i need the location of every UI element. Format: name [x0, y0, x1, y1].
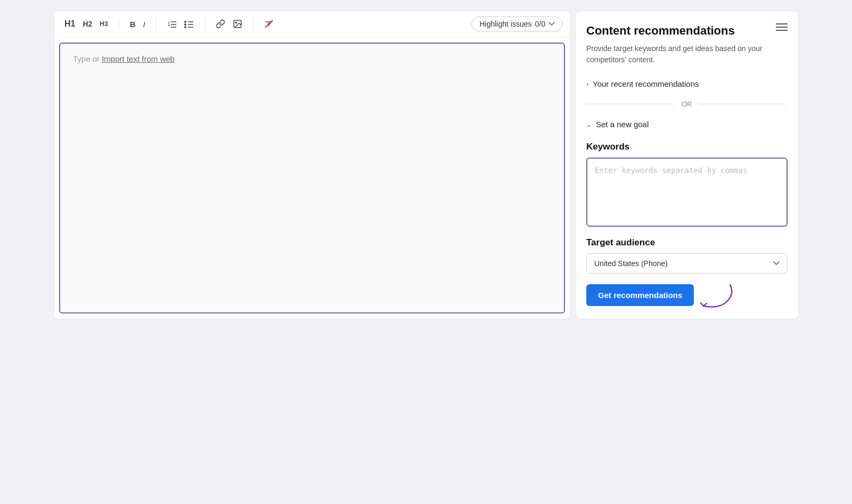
h2-button[interactable]: H2	[79, 18, 95, 30]
link-icon	[216, 19, 225, 29]
bold-label: B	[130, 20, 136, 28]
list-group: 1.	[164, 18, 197, 30]
toolbar-separator-1	[119, 18, 119, 30]
divider-line-left	[586, 104, 675, 104]
italic-label: I	[143, 20, 145, 28]
get-recommendations-row: Get recommendations	[586, 284, 788, 306]
set-new-goal-label: Set a new goal	[596, 120, 649, 129]
panel-subtitle: Provide target keywords and get ideas ba…	[586, 43, 788, 65]
get-recommendations-button[interactable]: Get recommendations	[586, 284, 694, 306]
h1-button[interactable]: H1	[61, 18, 78, 30]
toolbar-separator-4	[253, 18, 253, 30]
svg-point-11	[235, 22, 236, 23]
svg-point-6	[184, 26, 186, 28]
ordered-list-button[interactable]: 1.	[164, 18, 180, 30]
format-group: B I	[127, 18, 149, 30]
curved-arrow-icon	[693, 279, 735, 311]
chevron-down-icon	[548, 22, 555, 26]
insert-group	[212, 17, 245, 31]
editor-placeholder: Type or Import text from web	[73, 54, 551, 63]
or-text: OR	[682, 100, 692, 108]
ordered-list-icon: 1.	[167, 20, 177, 28]
svg-point-5	[184, 23, 186, 26]
hamburger-icon	[776, 23, 788, 31]
toolbar-separator-3	[204, 18, 205, 30]
image-icon	[233, 19, 242, 29]
keywords-section-label: Keywords	[586, 142, 788, 152]
highlight-issues-label: Highlight issues	[479, 20, 531, 28]
editor-panel: H1 H2 H3 B I	[53, 11, 571, 319]
h3-button[interactable]: H3	[96, 19, 111, 29]
image-button[interactable]	[230, 17, 245, 31]
clear-format-icon	[264, 19, 274, 29]
recent-recommendations-label: Your recent recommendations	[593, 79, 699, 88]
panel-menu-button[interactable]	[774, 20, 790, 36]
set-new-goal-row[interactable]: ⌄ Set a new goal	[586, 115, 788, 133]
or-divider: OR	[586, 100, 788, 108]
import-text-link[interactable]: Import text from web	[102, 54, 175, 63]
italic-button[interactable]: I	[140, 18, 149, 30]
toolbar-separator-2	[156, 18, 157, 30]
keywords-input[interactable]	[586, 158, 788, 227]
clear-format-button[interactable]	[261, 17, 277, 31]
editor-toolbar: H1 H2 H3 B I	[54, 11, 570, 37]
editor-content[interactable]: Type or Import text from web	[59, 43, 565, 313]
arrow-indicator	[698, 285, 730, 306]
unordered-list-icon	[184, 20, 194, 28]
h1-label: H1	[64, 20, 75, 28]
heading-group: H1 H2 H3	[61, 18, 111, 30]
panel-title: Content recommendations	[586, 24, 788, 38]
chevron-right-icon: ›	[586, 80, 588, 88]
audience-select[interactable]: United States (Phone) United States (Des…	[586, 253, 788, 274]
h2-label: H2	[83, 20, 92, 28]
highlight-issues-button[interactable]: Highlight issues 0/0	[471, 16, 563, 31]
bold-button[interactable]: B	[127, 18, 139, 30]
chevron-down-icon: ⌄	[586, 121, 592, 128]
placeholder-text: Type or	[73, 54, 102, 63]
link-button[interactable]	[212, 17, 228, 31]
unordered-list-button[interactable]	[181, 18, 197, 30]
highlight-count: 0/0	[535, 20, 545, 28]
h3-label: H3	[100, 21, 108, 27]
recommendations-panel: Content recommendations Provide target k…	[575, 11, 799, 319]
divider-line-right	[699, 104, 788, 104]
svg-line-15	[265, 20, 273, 28]
target-audience-label: Target audience	[586, 237, 788, 248]
recent-recommendations-row[interactable]: › Your recent recommendations	[586, 75, 788, 93]
svg-point-4	[184, 21, 186, 23]
